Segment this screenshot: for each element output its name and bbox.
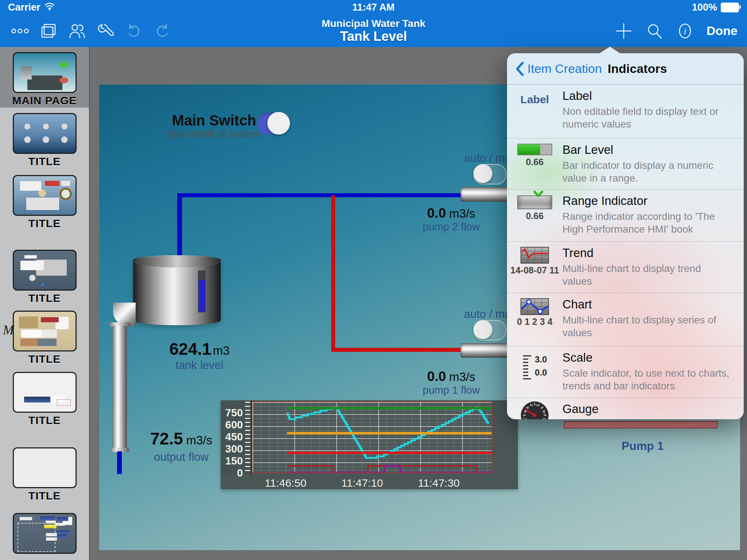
main-switch-title: Main Switch — [154, 112, 274, 129]
thumbnail-label: TITLE — [0, 155, 89, 168]
thumbnail-label: TITLE — [0, 292, 89, 304]
app-screen: Carrier 11:47 AM 100% — [0, 0, 747, 560]
clock: 11:47 AM — [352, 2, 395, 13]
tank-level-unit: m3 — [213, 344, 230, 357]
pump1-title: Pump 1 — [622, 439, 664, 453]
sidebar-item-title-4[interactable]: TITLE — [0, 311, 89, 365]
pump1-flow-label: pump 1 flow — [411, 384, 491, 396]
popover-arrow — [597, 47, 622, 55]
y-tick-150: 150 — [222, 455, 243, 467]
item-title: Gauge — [562, 402, 733, 416]
indicator-item-chart[interactable]: 0 1 2 3 4 Chart Multi-line chart to disp… — [507, 293, 744, 346]
trend-series-pump-2-run — [287, 466, 492, 472]
item-title: Chart — [562, 298, 733, 311]
thumbnail-knobs-page[interactable] — [13, 113, 77, 154]
svg-text:9: 9 — [544, 417, 546, 419]
add-item-icon[interactable] — [615, 22, 633, 40]
thumbnail-gauges-page[interactable] — [13, 175, 77, 216]
popover-title: Indicators — [608, 62, 667, 76]
indicator-item-trend[interactable]: 14-08-07 11 Trend Multi-line chart to di… — [507, 242, 744, 293]
main-switch-subtitle: Turn on/off all system — [154, 129, 274, 140]
search-icon[interactable] — [645, 22, 663, 40]
sidebar-item-form-page[interactable] — [0, 513, 89, 554]
pump2-flow-unit: m3/s — [449, 207, 475, 220]
water-tank[interactable] — [133, 255, 221, 325]
icon-caption: 14-08-07 11 — [510, 265, 559, 276]
y-tick-marks — [245, 402, 250, 473]
pump1-auto-manual-toggle[interactable] — [473, 320, 506, 341]
thumbnail-label: TITLE — [0, 217, 89, 230]
indicator-item-bar-level[interactable]: 0.66 Bar Level Bar indicator to display … — [507, 139, 744, 190]
pump2-auto-manual-toggle[interactable] — [473, 164, 506, 184]
toolbar: Municipal Water Tank Tank Level i Done — [0, 15, 747, 47]
sidebar-item-title-2[interactable]: TITLE — [0, 175, 89, 230]
thumbnail-main-page[interactable] — [13, 52, 77, 93]
status-bar: Carrier 11:47 AM 100% — [0, 0, 747, 15]
battery-icon — [721, 3, 739, 12]
indicator-item-scale[interactable]: 3.0 0.0 Scale Scale indicator, to use ne… — [507, 346, 744, 398]
info-icon[interactable]: i — [676, 22, 694, 40]
scale-bottom-value: 0.0 — [535, 368, 547, 378]
trend-y-axis: 750 600 450 300 150 0 — [221, 400, 252, 475]
x-tick-3: 11:47:30 — [406, 477, 472, 489]
trend-chart[interactable]: 750 600 450 300 150 0 11:46:50 11:47:10 … — [221, 400, 518, 489]
main-switch-toggle[interactable] — [257, 113, 289, 135]
sidebar-item-title-5[interactable]: TITLE — [0, 372, 89, 427]
icon-caption: 0 1 2 3 4 — [517, 316, 552, 327]
scale-indicator-icon: 3.0 0.0 — [522, 354, 547, 381]
indicators-popover: Item Creation Indicators Label Label Non… — [507, 53, 744, 419]
done-button[interactable]: Done — [707, 24, 738, 38]
pump2-flow-label: pump 2 flow — [411, 221, 491, 233]
x-tick-1: 11:46:50 — [253, 477, 318, 489]
icon-caption: 0.66 — [526, 157, 544, 167]
pipe-red-vertical — [331, 195, 335, 350]
pipe-blue-tank-inlet — [177, 193, 182, 257]
item-description: Circular gauge indicator to display — [562, 418, 733, 419]
trend-series-pump-1-run — [287, 466, 492, 472]
thumbnail-form-page[interactable] — [13, 513, 77, 554]
item-description: Multi-line chart to display series of va… — [562, 314, 733, 339]
thumbnail-slate-page[interactable] — [13, 250, 77, 291]
y-tick-450: 450 — [222, 431, 243, 443]
svg-text:5: 5 — [531, 404, 533, 407]
item-description: Non editable field to display text or nu… — [562, 105, 733, 131]
thumbnail-dashboard-page[interactable] — [13, 311, 77, 351]
trend-indicator-icon — [520, 247, 549, 264]
indicator-item-range[interactable]: 0.66 Range Indicator Range indicator acc… — [507, 190, 744, 242]
svg-text:6: 6 — [536, 404, 538, 407]
svg-text:1: 1 — [523, 416, 525, 419]
item-description: Bar indicator to display a numeric value… — [562, 159, 733, 185]
tank-level-readout: 624.1 m3 tank level — [139, 339, 260, 372]
toggle-knob — [473, 320, 492, 339]
pump1-flow-unit: m3/s — [449, 370, 475, 384]
chart-indicator-icon — [520, 298, 549, 315]
pump2-flow-value: 0.0 — [427, 206, 446, 221]
svg-text:2: 2 — [524, 411, 526, 414]
wifi-icon — [44, 2, 55, 13]
back-label[interactable]: Item Creation — [527, 62, 602, 76]
tank-level-label: tank level — [139, 359, 260, 372]
tank-level-value: 624.1 — [169, 339, 211, 358]
sidebar-item-title-1[interactable]: TITLE — [0, 113, 89, 168]
indicator-item-gauge[interactable]: 4567 2819 010 Gauge Circular gauge indic… — [507, 398, 744, 419]
svg-text:4: 4 — [527, 406, 529, 409]
item-title: Trend — [562, 246, 733, 260]
range-indicator-icon — [517, 195, 552, 209]
indicator-item-label[interactable]: Label Label Non editable field to displa… — [507, 85, 744, 139]
item-title: Label — [562, 89, 733, 103]
thumbnail-blank-page[interactable] — [13, 447, 77, 488]
pump2-flow-readout: 0.0 m3/s pump 2 flow — [411, 206, 491, 233]
sidebar-item-main-page[interactable]: MAIN PAGE — [0, 52, 89, 107]
back-button[interactable]: Item Creation — [516, 62, 602, 76]
x-tick-2: 11:47:10 — [329, 477, 395, 489]
thumbnail-buttons-page[interactable] — [13, 372, 77, 413]
y-tick-750: 750 — [222, 407, 243, 419]
project-title: Municipal Water Tank — [322, 18, 426, 29]
svg-text:7: 7 — [541, 406, 542, 409]
battery-percent: 100% — [692, 2, 717, 13]
sidebar-item-title-6[interactable]: TITLE — [0, 447, 89, 502]
y-tick-300: 300 — [222, 443, 243, 455]
toggle-knob — [473, 164, 492, 183]
sidebar-item-title-3[interactable]: TITLE — [0, 250, 89, 304]
main-switch-block: Main Switch Turn on/off all system — [154, 112, 274, 140]
